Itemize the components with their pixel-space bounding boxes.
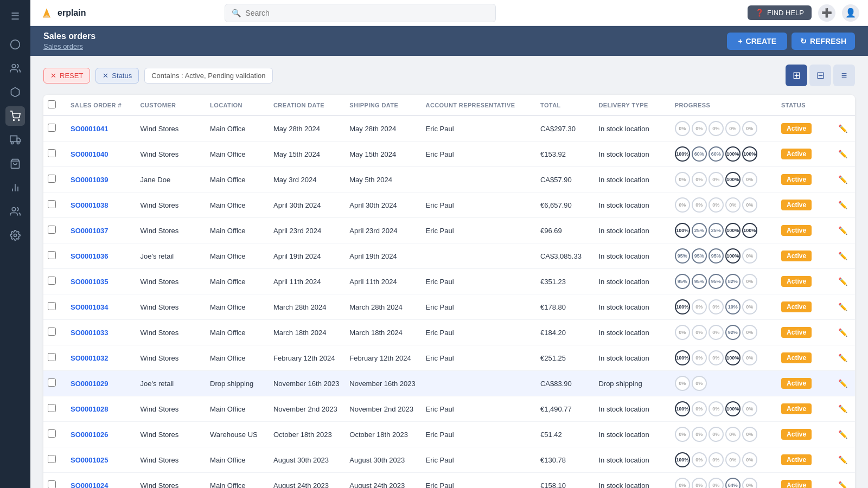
customer-name: Jane Doe <box>136 167 206 192</box>
select-all-checkbox[interactable] <box>48 100 56 108</box>
row-checkbox[interactable] <box>48 378 56 387</box>
order-number[interactable]: SO0001029 <box>71 380 108 388</box>
edit-cell[interactable]: ✏️ <box>834 142 855 167</box>
edit-cell[interactable]: ✏️ <box>834 320 855 345</box>
chart-icon[interactable] <box>5 178 25 197</box>
edit-icon[interactable]: ✏️ <box>838 328 847 337</box>
hamburger-icon[interactable]: ☰ <box>5 7 25 26</box>
col-header-progress: PROGRESS <box>671 95 777 115</box>
edit-icon[interactable]: ✏️ <box>838 354 847 362</box>
edit-icon[interactable]: ✏️ <box>838 252 847 260</box>
order-number[interactable]: SO0001040 <box>71 150 108 158</box>
order-number[interactable]: SO0001039 <box>71 176 108 184</box>
order-number[interactable]: SO0001026 <box>71 431 108 439</box>
users-icon[interactable] <box>5 59 25 78</box>
row-checkbox[interactable] <box>48 251 56 259</box>
row-checkbox[interactable] <box>48 226 56 234</box>
order-number[interactable]: SO0001041 <box>71 125 108 133</box>
progress-cell: 0%0%0%0%0% <box>671 115 777 142</box>
row-checkbox[interactable] <box>48 200 56 208</box>
edit-cell[interactable]: ✏️ <box>834 269 855 294</box>
edit-cell[interactable]: ✏️ <box>834 243 855 269</box>
edit-icon[interactable]: ✏️ <box>838 455 847 464</box>
row-checkbox[interactable] <box>48 302 56 310</box>
add-button[interactable]: ➕ <box>818 4 835 22</box>
edit-cell[interactable]: ✏️ <box>834 371 855 396</box>
edit-icon[interactable]: ✏️ <box>838 303 847 311</box>
progress-circle: 0% <box>709 299 724 314</box>
order-number[interactable]: SO0001024 <box>71 481 108 489</box>
edit-cell[interactable]: ✏️ <box>834 218 855 243</box>
order-number[interactable]: SO0001025 <box>71 456 108 464</box>
status-cell: Active <box>777 192 834 218</box>
progress-circle: 0% <box>692 121 707 136</box>
row-checkbox[interactable] <box>48 149 56 157</box>
edit-cell[interactable]: ✏️ <box>834 396 855 422</box>
order-number[interactable]: SO0001032 <box>71 354 108 362</box>
order-number[interactable]: SO0001034 <box>71 303 108 311</box>
edit-cell[interactable]: ✏️ <box>834 345 855 371</box>
location-name: Main Office <box>206 192 269 218</box>
order-number[interactable]: SO0001035 <box>71 278 108 286</box>
order-number[interactable]: SO0001033 <box>71 329 108 337</box>
edit-icon[interactable]: ✏️ <box>838 201 847 209</box>
edit-icon[interactable]: ✏️ <box>838 226 847 235</box>
truck-icon[interactable] <box>5 130 25 150</box>
edit-icon[interactable]: ✏️ <box>838 430 847 439</box>
row-checkbox[interactable] <box>48 175 56 183</box>
location-name: Main Office <box>206 218 269 243</box>
progress-cell: 100%0%0%10%0% <box>671 294 777 320</box>
row-checkbox[interactable] <box>48 480 56 488</box>
status-cell: Active <box>777 294 834 320</box>
edit-cell[interactable]: ✏️ <box>834 447 855 473</box>
team-icon[interactable] <box>5 202 25 221</box>
create-button[interactable]: + CREATE <box>727 33 787 50</box>
creation-date: August 30th 2023 <box>269 447 345 473</box>
bag-icon[interactable] <box>5 154 25 174</box>
progress-cell: 95%95%95%100%0% <box>671 243 777 269</box>
row-checkbox[interactable] <box>48 429 56 438</box>
edit-cell[interactable]: ✏️ <box>834 294 855 320</box>
edit-icon[interactable]: ✏️ <box>838 175 847 184</box>
edit-cell[interactable]: ✏️ <box>834 192 855 218</box>
cart-icon[interactable] <box>5 106 25 126</box>
user-icon-button[interactable]: 👤 <box>842 4 859 22</box>
progress-circle: 25% <box>709 223 724 238</box>
page-title: Sales orders <box>43 31 95 41</box>
account-rep: Eric Paul <box>422 294 536 320</box>
edit-icon[interactable]: ✏️ <box>838 277 847 286</box>
refresh-button[interactable]: ↻ REFRESH <box>792 33 855 50</box>
shipping-date: April 11th 2024 <box>345 269 421 294</box>
order-number[interactable]: SO0001028 <box>71 405 108 413</box>
order-number[interactable]: SO0001036 <box>71 252 108 260</box>
card-view-button[interactable]: ⊟ <box>809 65 831 86</box>
page-subtitle[interactable]: Sales orders <box>43 42 95 50</box>
edit-cell[interactable]: ✏️ <box>834 115 855 142</box>
search-input[interactable] <box>245 9 489 17</box>
grid-view-button[interactable]: ⊞ <box>786 65 807 86</box>
order-number[interactable]: SO0001038 <box>71 201 108 209</box>
row-checkbox[interactable] <box>48 328 56 336</box>
row-checkbox[interactable] <box>48 353 56 361</box>
edit-icon[interactable]: ✏️ <box>838 124 847 133</box>
edit-icon[interactable]: ✏️ <box>838 379 847 388</box>
row-checkbox[interactable] <box>48 277 56 285</box>
table-view-button[interactable]: ≡ <box>833 65 855 86</box>
row-checkbox[interactable] <box>48 455 56 463</box>
order-number[interactable]: SO0001037 <box>71 227 108 235</box>
reset-filter-button[interactable]: ✕ RESET <box>43 68 90 84</box>
row-checkbox[interactable] <box>48 404 56 412</box>
edit-cell[interactable]: ✏️ <box>834 473 855 489</box>
box-icon[interactable] <box>5 82 25 102</box>
edit-icon[interactable]: ✏️ <box>838 481 847 488</box>
edit-cell[interactable]: ✏️ <box>834 167 855 192</box>
search-bar[interactable]: 🔍 <box>225 4 496 22</box>
edit-icon[interactable]: ✏️ <box>838 150 847 158</box>
row-checkbox[interactable] <box>48 124 56 132</box>
edit-cell[interactable]: ✏️ <box>834 422 855 447</box>
settings-icon[interactable] <box>5 226 25 245</box>
edit-icon[interactable]: ✏️ <box>838 404 847 413</box>
home-icon[interactable] <box>5 35 25 54</box>
status-filter-tag[interactable]: ✕ Status <box>95 68 139 84</box>
find-help-button[interactable]: ❓ FIND HELP <box>748 5 812 20</box>
